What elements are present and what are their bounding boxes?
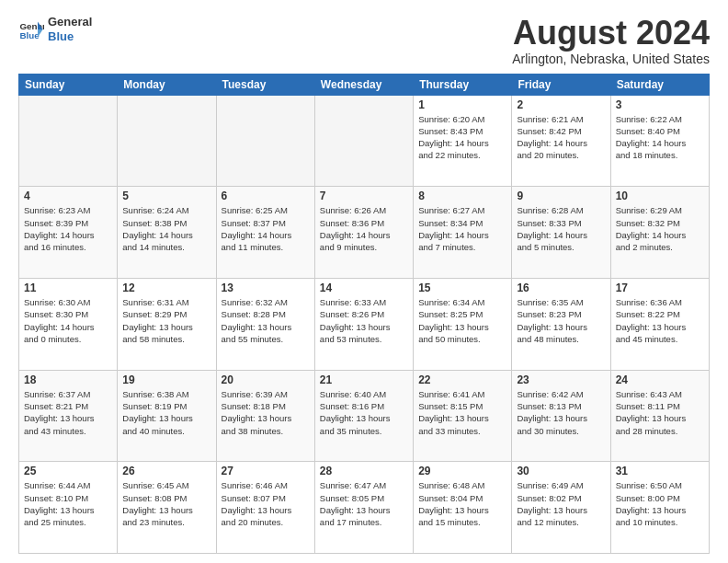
day-info: Sunrise: 6:37 AM Sunset: 8:21 PM Dayligh…: [24, 388, 112, 437]
day-info: Sunrise: 6:35 AM Sunset: 8:23 PM Dayligh…: [517, 296, 605, 345]
day-info: Sunrise: 6:41 AM Sunset: 8:15 PM Dayligh…: [418, 388, 506, 437]
day-number: 27: [222, 465, 310, 477]
day-number: 28: [320, 465, 408, 477]
calendar-header-monday: Monday: [118, 74, 216, 95]
day-info: Sunrise: 6:29 AM Sunset: 8:32 PM Dayligh…: [616, 204, 704, 253]
day-number: 1: [418, 98, 506, 111]
day-info: Sunrise: 6:45 AM Sunset: 8:08 PM Dayligh…: [122, 479, 210, 528]
calendar-header-thursday: Thursday: [414, 74, 512, 95]
day-info: Sunrise: 6:21 AM Sunset: 8:42 PM Dayligh…: [517, 113, 605, 162]
day-info: Sunrise: 6:40 AM Sunset: 8:16 PM Dayligh…: [320, 388, 408, 437]
calendar-header-tuesday: Tuesday: [216, 74, 314, 95]
calendar-cell-30: 30Sunrise: 6:49 AM Sunset: 8:02 PM Dayli…: [512, 462, 610, 554]
day-info: Sunrise: 6:27 AM Sunset: 8:34 PM Dayligh…: [418, 204, 506, 253]
day-info: Sunrise: 6:44 AM Sunset: 8:10 PM Dayligh…: [24, 479, 112, 528]
day-info: Sunrise: 6:24 AM Sunset: 8:38 PM Dayligh…: [122, 204, 210, 253]
calendar-week-3: 18Sunrise: 6:37 AM Sunset: 8:21 PM Dayli…: [19, 370, 710, 462]
day-number: 18: [24, 373, 112, 386]
day-number: 6: [222, 190, 310, 202]
calendar-week-4: 25Sunrise: 6:44 AM Sunset: 8:10 PM Dayli…: [19, 462, 710, 554]
day-info: Sunrise: 6:26 AM Sunset: 8:36 PM Dayligh…: [320, 204, 408, 253]
calendar-cell-8: 8Sunrise: 6:27 AM Sunset: 8:34 PM Daylig…: [414, 187, 512, 279]
day-info: Sunrise: 6:22 AM Sunset: 8:40 PM Dayligh…: [616, 113, 704, 162]
calendar-cell-13: 13Sunrise: 6:32 AM Sunset: 8:28 PM Dayli…: [216, 278, 314, 370]
calendar-cell-3: 3Sunrise: 6:22 AM Sunset: 8:40 PM Daylig…: [610, 95, 709, 187]
calendar-header-friday: Friday: [512, 74, 610, 95]
page: General Blue General Blue August 2024 Ar…: [0, 0, 728, 563]
calendar-cell-9: 9Sunrise: 6:28 AM Sunset: 8:33 PM Daylig…: [512, 187, 610, 279]
calendar-cell-2: 2Sunrise: 6:21 AM Sunset: 8:42 PM Daylig…: [512, 95, 610, 187]
day-number: 25: [24, 465, 112, 477]
day-info: Sunrise: 6:33 AM Sunset: 8:26 PM Dayligh…: [320, 296, 408, 345]
day-number: 16: [517, 282, 605, 294]
logo-icon: General Blue: [18, 17, 44, 42]
calendar-cell-21: 21Sunrise: 6:40 AM Sunset: 8:16 PM Dayli…: [314, 370, 413, 462]
day-info: Sunrise: 6:48 AM Sunset: 8:04 PM Dayligh…: [418, 479, 506, 528]
calendar-cell-24: 24Sunrise: 6:43 AM Sunset: 8:11 PM Dayli…: [610, 370, 709, 462]
day-info: Sunrise: 6:32 AM Sunset: 8:28 PM Dayligh…: [222, 296, 310, 345]
day-number: 26: [122, 465, 210, 477]
day-number: 19: [122, 373, 210, 386]
day-number: 17: [616, 282, 704, 294]
calendar-table: SundayMondayTuesdayWednesdayThursdayFrid…: [18, 74, 710, 554]
logo-text-line2: Blue: [48, 29, 92, 44]
title-block: August 2024 Arlington, Nebraska, United …: [512, 15, 710, 66]
day-info: Sunrise: 6:28 AM Sunset: 8:33 PM Dayligh…: [517, 204, 605, 253]
calendar-cell-empty: [118, 95, 216, 187]
calendar-cell-1: 1Sunrise: 6:20 AM Sunset: 8:43 PM Daylig…: [414, 95, 512, 187]
day-number: 4: [24, 190, 112, 202]
day-number: 15: [418, 282, 506, 294]
day-number: 30: [517, 465, 605, 477]
calendar-header-saturday: Saturday: [610, 74, 709, 95]
calendar-cell-11: 11Sunrise: 6:30 AM Sunset: 8:30 PM Dayli…: [19, 278, 118, 370]
day-number: 23: [517, 373, 605, 386]
day-number: 8: [418, 190, 506, 202]
calendar-week-2: 11Sunrise: 6:30 AM Sunset: 8:30 PM Dayli…: [19, 278, 710, 370]
calendar-cell-empty: [216, 95, 314, 187]
day-number: 29: [418, 465, 506, 477]
day-info: Sunrise: 6:36 AM Sunset: 8:22 PM Dayligh…: [616, 296, 704, 345]
day-info: Sunrise: 6:23 AM Sunset: 8:39 PM Dayligh…: [24, 204, 112, 253]
calendar-cell-4: 4Sunrise: 6:23 AM Sunset: 8:39 PM Daylig…: [19, 187, 118, 279]
day-number: 22: [418, 373, 506, 386]
calendar-cell-12: 12Sunrise: 6:31 AM Sunset: 8:29 PM Dayli…: [118, 278, 216, 370]
calendar-cell-22: 22Sunrise: 6:41 AM Sunset: 8:15 PM Dayli…: [414, 370, 512, 462]
day-info: Sunrise: 6:43 AM Sunset: 8:11 PM Dayligh…: [616, 388, 704, 437]
day-number: 12: [122, 282, 210, 294]
header: General Blue General Blue August 2024 Ar…: [18, 15, 710, 66]
calendar-cell-29: 29Sunrise: 6:48 AM Sunset: 8:04 PM Dayli…: [414, 462, 512, 554]
calendar-cell-empty: [314, 95, 413, 187]
day-number: 20: [222, 373, 310, 386]
day-info: Sunrise: 6:39 AM Sunset: 8:18 PM Dayligh…: [222, 388, 310, 437]
calendar-cell-14: 14Sunrise: 6:33 AM Sunset: 8:26 PM Dayli…: [314, 278, 413, 370]
calendar-cell-10: 10Sunrise: 6:29 AM Sunset: 8:32 PM Dayli…: [610, 187, 709, 279]
calendar-cell-15: 15Sunrise: 6:34 AM Sunset: 8:25 PM Dayli…: [414, 278, 512, 370]
day-info: Sunrise: 6:34 AM Sunset: 8:25 PM Dayligh…: [418, 296, 506, 345]
day-info: Sunrise: 6:30 AM Sunset: 8:30 PM Dayligh…: [24, 296, 112, 345]
day-number: 9: [517, 190, 605, 202]
calendar-cell-28: 28Sunrise: 6:47 AM Sunset: 8:05 PM Dayli…: [314, 462, 413, 554]
calendar-cell-31: 31Sunrise: 6:50 AM Sunset: 8:00 PM Dayli…: [610, 462, 709, 554]
month-title: August 2024: [512, 15, 710, 52]
day-info: Sunrise: 6:38 AM Sunset: 8:19 PM Dayligh…: [122, 388, 210, 437]
day-number: 11: [24, 282, 112, 294]
day-info: Sunrise: 6:50 AM Sunset: 8:00 PM Dayligh…: [616, 479, 704, 528]
calendar-cell-23: 23Sunrise: 6:42 AM Sunset: 8:13 PM Dayli…: [512, 370, 610, 462]
day-info: Sunrise: 6:42 AM Sunset: 8:13 PM Dayligh…: [517, 388, 605, 437]
day-info: Sunrise: 6:20 AM Sunset: 8:43 PM Dayligh…: [418, 113, 506, 162]
day-info: Sunrise: 6:25 AM Sunset: 8:37 PM Dayligh…: [222, 204, 310, 253]
calendar-week-0: 1Sunrise: 6:20 AM Sunset: 8:43 PM Daylig…: [19, 95, 710, 187]
calendar-header-row: SundayMondayTuesdayWednesdayThursdayFrid…: [19, 74, 710, 95]
day-info: Sunrise: 6:31 AM Sunset: 8:29 PM Dayligh…: [122, 296, 210, 345]
day-number: 7: [320, 190, 408, 202]
day-number: 24: [616, 373, 704, 386]
calendar-cell-empty: [19, 95, 118, 187]
day-number: 5: [122, 190, 210, 202]
day-number: 3: [616, 98, 704, 111]
day-number: 21: [320, 373, 408, 386]
location: Arlington, Nebraska, United States: [512, 52, 710, 66]
calendar-cell-5: 5Sunrise: 6:24 AM Sunset: 8:38 PM Daylig…: [118, 187, 216, 279]
day-number: 14: [320, 282, 408, 294]
calendar-cell-19: 19Sunrise: 6:38 AM Sunset: 8:19 PM Dayli…: [118, 370, 216, 462]
calendar-week-1: 4Sunrise: 6:23 AM Sunset: 8:39 PM Daylig…: [19, 187, 710, 279]
